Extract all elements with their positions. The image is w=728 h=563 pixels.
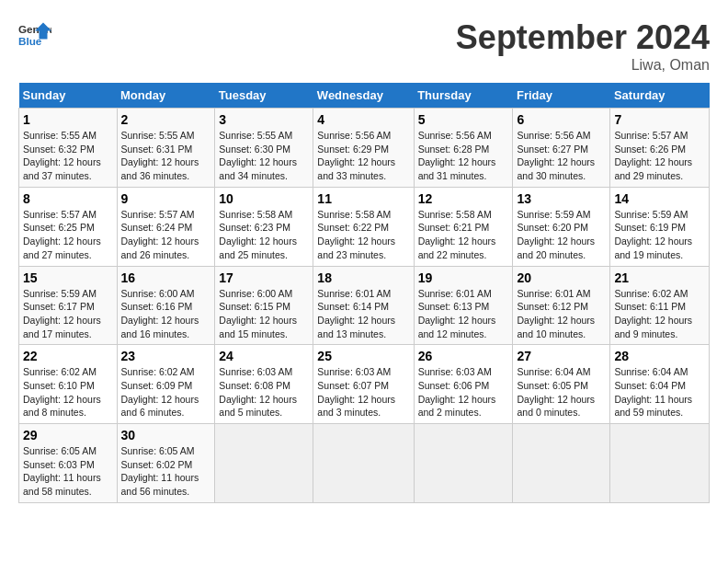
day-number: 23 [121,349,211,363]
calendar-cell-23: 23 Sunrise: 6:02 AMSunset: 6:09 PMDaylig… [117,345,215,424]
calendar-cell-10: 10 Sunrise: 5:58 AMSunset: 6:23 PMDaylig… [215,187,313,266]
calendar-cell-28: 28 Sunrise: 6:04 AMSunset: 6:04 PMDaylig… [610,345,710,424]
day-info: Sunrise: 6:03 AMSunset: 6:06 PMDaylight:… [418,366,496,418]
day-info: Sunrise: 6:01 AMSunset: 6:13 PMDaylight:… [418,288,496,339]
day-info: Sunrise: 6:04 AMSunset: 6:05 PMDaylight:… [517,366,595,418]
col-wednesday: Wednesday [313,83,414,109]
calendar-row-4: 22 Sunrise: 6:02 AMSunset: 6:10 PMDaylig… [19,345,710,424]
calendar-cell-24: 24 Sunrise: 6:03 AMSunset: 6:08 PMDaylig… [215,345,313,424]
day-number: 24 [219,349,309,363]
day-info: Sunrise: 6:05 AMSunset: 6:03 PMDaylight:… [23,445,101,497]
day-number: 17 [219,270,309,285]
calendar-cell-20: 20 Sunrise: 6:01 AMSunset: 6:12 PMDaylig… [513,266,610,345]
calendar-cell-22: 22 Sunrise: 6:02 AMSunset: 6:10 PMDaylig… [19,345,118,424]
day-number: 3 [219,112,309,127]
col-friday: Friday [513,83,610,109]
calendar-cell-9: 9 Sunrise: 5:57 AMSunset: 6:24 PMDayligh… [117,187,215,266]
day-info: Sunrise: 6:00 AMSunset: 6:16 PMDaylight:… [121,288,199,339]
day-number: 12 [418,191,509,206]
calendar-cell-18: 18 Sunrise: 6:01 AMSunset: 6:14 PMDaylig… [313,266,414,345]
day-info: Sunrise: 6:03 AMSunset: 6:07 PMDaylight:… [317,366,395,418]
day-number: 30 [121,428,211,442]
logo-icon: General Blue [18,18,51,52]
calendar-cell-25: 25 Sunrise: 6:03 AMSunset: 6:07 PMDaylig… [313,345,414,424]
calendar-row-3: 15 Sunrise: 5:59 AMSunset: 6:17 PMDaylig… [19,266,710,345]
day-info: Sunrise: 6:02 AMSunset: 6:09 PMDaylight:… [121,366,199,418]
title-block: September 2024 Liwa, Oman [456,18,710,74]
day-info: Sunrise: 5:56 AMSunset: 6:27 PMDaylight:… [517,130,595,181]
day-info: Sunrise: 5:55 AMSunset: 6:30 PMDaylight:… [219,130,297,181]
day-info: Sunrise: 5:59 AMSunset: 6:17 PMDaylight:… [23,288,101,339]
empty-cell [513,424,610,503]
day-number: 5 [418,112,509,127]
calendar-cell-2: 2 Sunrise: 5:55 AMSunset: 6:31 PMDayligh… [117,109,215,188]
day-number: 28 [614,349,705,363]
calendar-cell-4: 4 Sunrise: 5:56 AMSunset: 6:29 PMDayligh… [313,109,414,188]
location-subtitle: Liwa, Oman [456,57,710,74]
day-info: Sunrise: 6:03 AMSunset: 6:08 PMDaylight:… [219,366,297,418]
day-number: 19 [418,270,509,285]
day-number: 11 [317,191,409,206]
day-number: 16 [121,270,211,285]
day-info: Sunrise: 6:05 AMSunset: 6:02 PMDaylight:… [121,445,199,497]
day-info: Sunrise: 5:59 AMSunset: 6:19 PMDaylight:… [614,209,692,260]
calendar-cell-30: 30 Sunrise: 6:05 AMSunset: 6:02 PMDaylig… [117,424,215,503]
calendar-cell-12: 12 Sunrise: 5:58 AMSunset: 6:21 PMDaylig… [414,187,513,266]
logo: General Blue [18,18,51,52]
col-saturday: Saturday [610,83,710,109]
calendar-cell-14: 14 Sunrise: 5:59 AMSunset: 6:19 PMDaylig… [610,187,710,266]
page-header: General Blue September 2024 Liwa, Oman [18,18,710,74]
day-info: Sunrise: 6:01 AMSunset: 6:14 PMDaylight:… [317,288,395,339]
day-info: Sunrise: 5:55 AMSunset: 6:31 PMDaylight:… [121,130,199,181]
empty-cell [414,424,513,503]
day-number: 22 [23,349,113,363]
day-number: 4 [317,112,409,127]
day-number: 14 [614,191,705,206]
calendar-cell-3: 3 Sunrise: 5:55 AMSunset: 6:30 PMDayligh… [215,109,313,188]
calendar-cell-17: 17 Sunrise: 6:00 AMSunset: 6:15 PMDaylig… [215,266,313,345]
calendar-cell-19: 19 Sunrise: 6:01 AMSunset: 6:13 PMDaylig… [414,266,513,345]
calendar-cell-29: 29 Sunrise: 6:05 AMSunset: 6:03 PMDaylig… [19,424,118,503]
day-number: 27 [517,349,606,363]
day-info: Sunrise: 5:56 AMSunset: 6:28 PMDaylight:… [418,130,496,181]
day-number: 29 [23,428,113,442]
calendar-cell-27: 27 Sunrise: 6:04 AMSunset: 6:05 PMDaylig… [513,345,610,424]
empty-cell [610,424,710,503]
day-info: Sunrise: 5:57 AMSunset: 6:26 PMDaylight:… [614,130,692,181]
day-info: Sunrise: 5:58 AMSunset: 6:22 PMDaylight:… [317,209,395,260]
col-thursday: Thursday [414,83,513,109]
calendar-cell-26: 26 Sunrise: 6:03 AMSunset: 6:06 PMDaylig… [414,345,513,424]
day-info: Sunrise: 5:58 AMSunset: 6:23 PMDaylight:… [219,209,297,260]
calendar-cell-15: 15 Sunrise: 5:59 AMSunset: 6:17 PMDaylig… [19,266,118,345]
day-number: 9 [121,191,211,206]
calendar-cell-11: 11 Sunrise: 5:58 AMSunset: 6:22 PMDaylig… [313,187,414,266]
empty-cell [313,424,414,503]
day-number: 2 [121,112,211,127]
day-info: Sunrise: 5:58 AMSunset: 6:21 PMDaylight:… [418,209,496,260]
day-number: 21 [614,270,705,285]
day-number: 10 [219,191,309,206]
day-number: 25 [317,349,409,363]
calendar-cell-6: 6 Sunrise: 5:56 AMSunset: 6:27 PMDayligh… [513,109,610,188]
day-number: 1 [23,112,113,127]
calendar-row-2: 8 Sunrise: 5:57 AMSunset: 6:25 PMDayligh… [19,187,710,266]
day-info: Sunrise: 5:56 AMSunset: 6:29 PMDaylight:… [317,130,395,181]
calendar-cell-8: 8 Sunrise: 5:57 AMSunset: 6:25 PMDayligh… [19,187,118,266]
calendar-row-1: 1 Sunrise: 5:55 AMSunset: 6:32 PMDayligh… [19,109,710,188]
day-number: 6 [517,112,606,127]
day-info: Sunrise: 5:59 AMSunset: 6:20 PMDaylight:… [517,209,595,260]
day-info: Sunrise: 6:04 AMSunset: 6:04 PMDaylight:… [614,366,692,418]
day-info: Sunrise: 6:02 AMSunset: 6:11 PMDaylight:… [614,288,692,339]
day-info: Sunrise: 6:01 AMSunset: 6:12 PMDaylight:… [517,288,595,339]
calendar-row-5: 29 Sunrise: 6:05 AMSunset: 6:03 PMDaylig… [19,424,710,503]
svg-text:Blue: Blue [18,35,42,47]
calendar-cell-16: 16 Sunrise: 6:00 AMSunset: 6:16 PMDaylig… [117,266,215,345]
day-info: Sunrise: 5:57 AMSunset: 6:24 PMDaylight:… [121,209,199,260]
calendar-cell-13: 13 Sunrise: 5:59 AMSunset: 6:20 PMDaylig… [513,187,610,266]
calendar-cell-7: 7 Sunrise: 5:57 AMSunset: 6:26 PMDayligh… [610,109,710,188]
day-number: 15 [23,270,113,285]
calendar-table: Sunday Monday Tuesday Wednesday Thursday… [18,83,710,503]
day-number: 20 [517,270,606,285]
day-number: 26 [418,349,509,363]
day-info: Sunrise: 5:57 AMSunset: 6:25 PMDaylight:… [23,209,101,260]
